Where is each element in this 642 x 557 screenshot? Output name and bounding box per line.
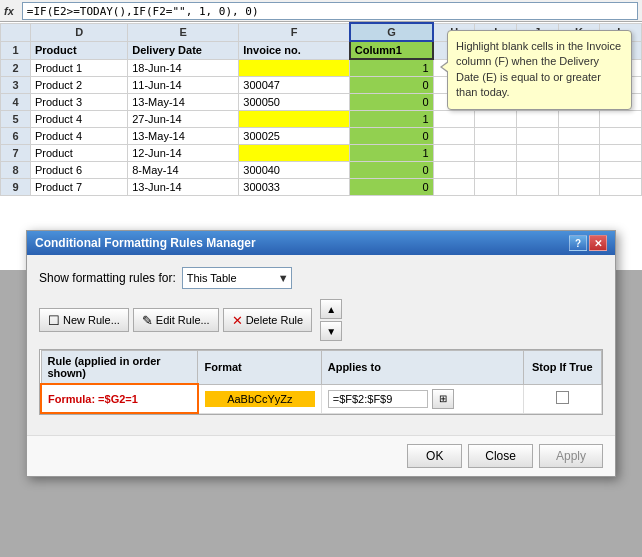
dialog-overlay: Conditional Formatting Rules Manager ? ✕… xyxy=(0,230,642,477)
cell-invoice-8: 300040 xyxy=(239,162,350,179)
show-rules-label: Show formatting rules for: xyxy=(39,271,176,285)
cell-col1-6: 0 xyxy=(350,128,433,145)
row-header-8: 8 xyxy=(1,162,31,179)
show-rules-dropdown[interactable]: This Table ▼ xyxy=(182,267,292,289)
show-rules-value: This Table xyxy=(187,272,237,284)
browse-icon: ⊞ xyxy=(439,393,447,404)
rule-formula-cell[interactable]: Formula: =$G2=1 xyxy=(41,384,198,413)
cell-k-9 xyxy=(558,179,600,196)
cell-i-9 xyxy=(475,179,517,196)
rule-applies-cell: ⊞ xyxy=(321,384,523,413)
header-delivery: Delivery Date xyxy=(128,41,239,59)
rules-table: Rule (applied in order shown) Format App… xyxy=(40,350,602,414)
row-header-6: 6 xyxy=(1,128,31,145)
row-header-2: 2 xyxy=(1,59,31,77)
dialog-title-buttons: ? ✕ xyxy=(569,235,607,251)
cell-k-8 xyxy=(558,162,600,179)
cell-l-9 xyxy=(600,179,642,196)
cell-delivery-8: 8-May-14 xyxy=(128,162,239,179)
formula-input[interactable]: =IF(E2>=TODAY(),IF(F2="", 1, 0), 0) xyxy=(22,2,638,20)
table-row: 6 Product 4 13-May-14 300025 0 xyxy=(1,128,642,145)
cell-k-5 xyxy=(558,111,600,128)
move-buttons: ▲ ▼ xyxy=(320,299,342,341)
cell-invoice-6: 300025 xyxy=(239,128,350,145)
cell-delivery-3: 11-Jun-14 xyxy=(128,77,239,94)
cell-h-8 xyxy=(433,162,475,179)
dialog-titlebar: Conditional Formatting Rules Manager ? ✕ xyxy=(27,231,615,255)
formula-label: fx xyxy=(4,5,14,17)
cell-col1-7: 1 xyxy=(350,145,433,162)
ok-button[interactable]: OK xyxy=(407,444,462,468)
tooltip-box: Highlight blank cells in the Invoice col… xyxy=(447,30,632,110)
applies-browse-button[interactable]: ⊞ xyxy=(432,389,454,409)
cell-invoice-9: 300033 xyxy=(239,179,350,196)
col-header-stop: Stop If True xyxy=(523,351,602,385)
cell-invoice-5 xyxy=(239,111,350,128)
cell-delivery-7: 12-Jun-14 xyxy=(128,145,239,162)
cell-delivery-5: 27-Jun-14 xyxy=(128,111,239,128)
row-header-4: 4 xyxy=(1,94,31,111)
edit-rule-icon: ✎ xyxy=(142,313,153,328)
table-row: 5 Product 4 27-Jun-14 1 xyxy=(1,111,642,128)
cell-l-6 xyxy=(600,128,642,145)
stop-if-true-checkbox[interactable] xyxy=(556,391,569,404)
cell-invoice-4: 300050 xyxy=(239,94,350,111)
rule-row: Formula: =$G2=1 AaBbCcYyZz ⊞ xyxy=(41,384,602,413)
close-title-button[interactable]: ✕ xyxy=(589,235,607,251)
cell-j-9 xyxy=(516,179,558,196)
cell-l-8 xyxy=(600,162,642,179)
dialog-footer: OK Close Apply xyxy=(27,435,615,476)
header-column1: Column1 xyxy=(350,41,433,59)
cell-i-7 xyxy=(475,145,517,162)
move-up-button[interactable]: ▲ xyxy=(320,299,342,319)
cell-delivery-6: 13-May-14 xyxy=(128,128,239,145)
cell-col1-2: 1 xyxy=(350,59,433,77)
row-header-5: 5 xyxy=(1,111,31,128)
cell-delivery-2: 18-Jun-14 xyxy=(128,59,239,77)
cell-product-9: Product 7 xyxy=(31,179,128,196)
new-rule-label: New Rule... xyxy=(63,314,120,326)
header-product: Product xyxy=(31,41,128,59)
dropdown-arrow-icon: ▼ xyxy=(278,272,289,284)
close-button[interactable]: Close xyxy=(468,444,533,468)
cell-h-5 xyxy=(433,111,475,128)
formula-bar: fx =IF(E2>=TODAY(),IF(F2="", 1, 0), 0) xyxy=(0,0,642,22)
cell-col1-4: 0 xyxy=(350,94,433,111)
cell-invoice-7 xyxy=(239,145,350,162)
format-preview: AaBbCcYyZz xyxy=(205,391,315,407)
toolbar-row: ☐ New Rule... ✎ Edit Rule... ✕ Delete Ru… xyxy=(39,308,312,332)
col-header-d: D xyxy=(31,23,128,41)
rule-formula-text: Formula: =$G2=1 xyxy=(48,393,138,405)
cell-l-5 xyxy=(600,111,642,128)
cell-col1-5: 1 xyxy=(350,111,433,128)
cell-product-8: Product 6 xyxy=(31,162,128,179)
cell-product-6: Product 4 xyxy=(31,128,128,145)
cell-product-4: Product 3 xyxy=(31,94,128,111)
move-down-button[interactable]: ▼ xyxy=(320,321,342,341)
cell-delivery-9: 13-Jun-14 xyxy=(128,179,239,196)
table-row: 9 Product 7 13-Jun-14 300033 0 xyxy=(1,179,642,196)
edit-rule-button[interactable]: ✎ Edit Rule... xyxy=(133,308,219,332)
help-button[interactable]: ? xyxy=(569,235,587,251)
cell-j-6 xyxy=(516,128,558,145)
rules-table-container: Rule (applied in order shown) Format App… xyxy=(39,349,603,415)
delete-rule-button[interactable]: ✕ Delete Rule xyxy=(223,308,312,332)
col-header-e: E xyxy=(128,23,239,41)
cell-h-7 xyxy=(433,145,475,162)
col-header-row xyxy=(1,23,31,41)
cell-j-7 xyxy=(516,145,558,162)
applies-to-input[interactable] xyxy=(328,390,428,408)
cell-i-8 xyxy=(475,162,517,179)
new-rule-button[interactable]: ☐ New Rule... xyxy=(39,308,129,332)
apply-button[interactable]: Apply xyxy=(539,444,603,468)
cell-col1-3: 0 xyxy=(350,77,433,94)
col-header-format: Format xyxy=(198,351,321,385)
show-rules-row: Show formatting rules for: This Table ▼ xyxy=(39,267,603,289)
cell-invoice-3: 300047 xyxy=(239,77,350,94)
new-rule-icon: ☐ xyxy=(48,313,60,328)
cell-h-6 xyxy=(433,128,475,145)
tooltip-text: Highlight blank cells in the Invoice col… xyxy=(456,40,621,98)
rule-format-cell: AaBbCcYyZz xyxy=(198,384,321,413)
cell-delivery-4: 13-May-14 xyxy=(128,94,239,111)
cell-product-5: Product 4 xyxy=(31,111,128,128)
